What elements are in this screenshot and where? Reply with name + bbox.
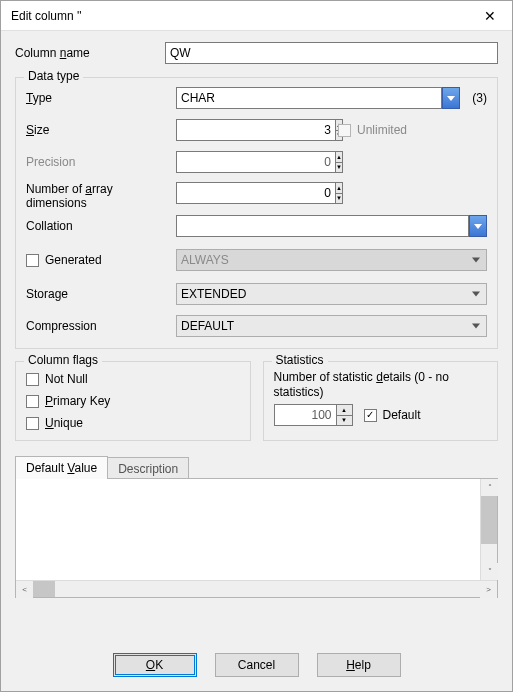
array-dim-input[interactable] xyxy=(176,182,335,204)
titlebar: Edit column '' ✕ xyxy=(1,1,512,31)
chevron-down-icon xyxy=(472,324,480,329)
data-type-group: Data type Type (3) Size xyxy=(15,77,498,349)
column-name-label: Column name xyxy=(15,46,157,60)
stats-spin-down: ▼ xyxy=(336,415,353,427)
edit-column-dialog: Edit column '' ✕ Column name Data type T… xyxy=(0,0,513,692)
statistics-label: Number of statistic details (0 - no stat… xyxy=(274,370,488,400)
type-combo[interactable] xyxy=(176,87,442,109)
help-button[interactable]: Help xyxy=(317,653,401,677)
stats-default-checkbox[interactable] xyxy=(364,409,377,422)
dialog-buttons: OK Cancel Help xyxy=(1,643,512,691)
ok-button[interactable]: OK xyxy=(113,653,197,677)
collation-combo[interactable] xyxy=(176,215,469,237)
unique-row[interactable]: Unique xyxy=(26,416,240,430)
array-spin-up[interactable]: ▲ xyxy=(335,182,343,193)
pk-checkbox[interactable] xyxy=(26,395,39,408)
horizontal-scrollbar[interactable]: < > xyxy=(16,580,497,597)
statistics-input xyxy=(274,404,336,426)
collation-dropdown-button[interactable] xyxy=(469,215,487,237)
type-length-suffix: (3) xyxy=(472,91,487,105)
generated-checkbox-row[interactable]: Generated xyxy=(26,253,168,267)
notnull-checkbox[interactable] xyxy=(26,373,39,386)
generated-checkbox[interactable] xyxy=(26,254,39,267)
storage-combo[interactable]: EXTENDED xyxy=(176,283,487,305)
array-label: Number of array dimensions xyxy=(26,182,168,210)
statistics-legend: Statistics xyxy=(272,353,328,367)
column-flags-group: Column flags Not Null Primary Key Unique xyxy=(15,361,251,441)
stats-spin-up: ▲ xyxy=(336,404,353,415)
column-name-row: Column name xyxy=(15,41,498,65)
column-name-input[interactable] xyxy=(165,42,498,64)
unique-checkbox[interactable] xyxy=(26,417,39,430)
pk-row[interactable]: Primary Key xyxy=(26,394,240,408)
vertical-scrollbar[interactable]: ˄ ˅ xyxy=(480,479,497,580)
size-input[interactable] xyxy=(176,119,335,141)
compression-combo[interactable]: DEFAULT xyxy=(176,315,487,337)
unlimited-checkbox-row: Unlimited xyxy=(338,123,407,137)
compression-label: Compression xyxy=(26,319,168,333)
chevron-down-icon xyxy=(447,96,455,101)
stats-default-label: Default xyxy=(383,408,421,422)
close-button[interactable]: ✕ xyxy=(468,1,512,31)
unlimited-label: Unlimited xyxy=(357,123,407,137)
type-label: Type xyxy=(26,91,168,105)
generated-label: Generated xyxy=(45,253,102,267)
chevron-down-icon xyxy=(472,292,480,297)
notnull-row[interactable]: Not Null xyxy=(26,372,240,386)
column-flags-legend: Column flags xyxy=(24,353,102,367)
dialog-title: Edit column '' xyxy=(11,9,468,23)
precision-spin-up: ▲ xyxy=(335,151,343,162)
collation-label: Collation xyxy=(26,219,168,233)
pk-label: Primary Key xyxy=(45,394,110,408)
tabs: Default Value Description xyxy=(15,455,498,478)
precision-spin-down: ▼ xyxy=(335,162,343,174)
chevron-down-icon xyxy=(472,258,480,263)
unique-label: Unique xyxy=(45,416,83,430)
unlimited-checkbox xyxy=(338,124,351,137)
notnull-label: Not Null xyxy=(45,372,88,386)
dialog-content: Column name Data type Type (3) xyxy=(1,31,512,643)
precision-input xyxy=(176,151,335,173)
statistics-group: Statistics Number of statistic details (… xyxy=(263,361,499,441)
data-type-legend: Data type xyxy=(24,69,83,83)
precision-label: Precision xyxy=(26,155,168,169)
size-label: Size xyxy=(26,123,168,137)
stats-default-row[interactable]: Default xyxy=(364,408,421,422)
cancel-button[interactable]: Cancel xyxy=(215,653,299,677)
array-spin-down[interactable]: ▼ xyxy=(335,193,343,205)
tab-default-value[interactable]: Default Value xyxy=(15,456,108,479)
tab-description[interactable]: Description xyxy=(107,457,189,480)
type-dropdown-button[interactable] xyxy=(442,87,460,109)
default-value-editor[interactable]: ˄ ˅ < > xyxy=(15,478,498,598)
generated-combo: ALWAYS xyxy=(176,249,487,271)
storage-label: Storage xyxy=(26,287,168,301)
chevron-down-icon xyxy=(474,224,482,229)
